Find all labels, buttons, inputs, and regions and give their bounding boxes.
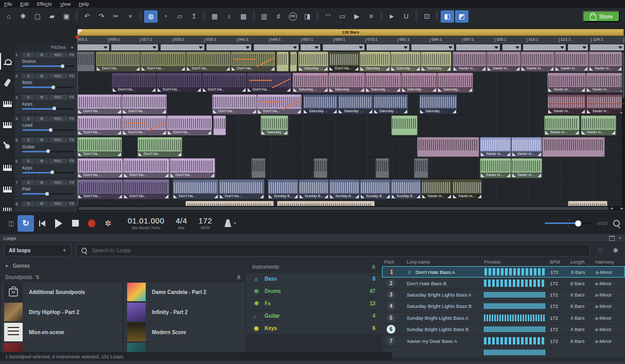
audio-clip[interactable]: Xavier m...	[588, 51, 622, 72]
play-button[interactable]	[50, 215, 67, 232]
soundpool-item[interactable]: Mise-en-scene	[1, 322, 122, 342]
audio-clip[interactable]: Don't Ha...	[96, 51, 141, 72]
genres-expander[interactable]: ► Genres	[0, 257, 246, 272]
stop-button[interactable]	[67, 215, 83, 232]
audio-clip[interactable]: Xavier m...	[452, 179, 483, 199]
audio-clip[interactable]: Don't Ha...	[122, 94, 167, 114]
track-s-button[interactable]: S	[22, 137, 34, 143]
collapse-section-icon[interactable]: ≫	[370, 264, 376, 269]
new-project-icon[interactable]: ▢	[31, 10, 44, 23]
loop-row[interactable]	[382, 347, 625, 358]
track-fx-button[interactable]: FX	[68, 159, 75, 164]
save-icon[interactable]: ▣	[60, 10, 73, 23]
clip-pitch-dropdown[interactable]	[301, 44, 320, 50]
soundpool-item[interactable]: Dame Candela - Part 2	[124, 282, 245, 302]
audio-clip[interactable]: Saturday ...	[292, 73, 328, 93]
menu-help[interactable]: Help	[75, 1, 93, 7]
menu-effects[interactable]: Effects	[33, 1, 56, 7]
loop-row[interactable]: 1♬Don't Hate Bass A1728 Barsa-Minor♡	[382, 266, 625, 278]
pitch-circle[interactable]: 1	[387, 268, 396, 276]
audio-clip[interactable]: Don't Ha...	[169, 158, 215, 178]
audio-clip[interactable]: Saturday...	[421, 51, 452, 72]
audio-clip[interactable]: Xavier m...	[554, 51, 588, 72]
timeline-ruler[interactable]: 001:1009:1017:1025:1033:1041:1049:1057:1…	[77, 36, 625, 44]
slider-knob[interactable]	[53, 107, 56, 110]
track-fx-button[interactable]: FX	[68, 180, 75, 185]
track-fx-button[interactable]: FX	[68, 116, 75, 122]
clip-pitch-dropdown[interactable]	[77, 44, 109, 50]
track-rec-button[interactable]: REC	[49, 116, 67, 122]
slider-knob[interactable]	[49, 128, 53, 132]
track-s-button[interactable]: S	[22, 116, 34, 122]
track-m-button[interactable]: M	[36, 95, 48, 100]
project-folder-icon[interactable]: ▱	[173, 10, 186, 23]
audio-clip[interactable]	[375, 158, 390, 178]
close-panel-icon[interactable]: ×	[618, 235, 621, 241]
track-fx-button[interactable]: FX	[68, 137, 75, 143]
audio-clip[interactable]: Sunday B...	[268, 179, 299, 199]
audio-clip[interactable]: Don't Ha...	[123, 179, 169, 199]
playhead-marker[interactable]	[75, 36, 80, 40]
audio-clip[interactable]	[542, 137, 604, 157]
audio-clip[interactable]: Don't Ha...	[141, 51, 185, 72]
pitch-circle[interactable]: 7	[387, 337, 395, 345]
loop-preview-waveform[interactable]	[484, 326, 546, 332]
audio-clip[interactable]: Xavier m...	[487, 51, 520, 72]
audio-clip[interactable]: Don't Ha...	[122, 115, 167, 135]
loop-row[interactable]: 2Don't Hate Bass B1728 Barsa-Minor♡	[382, 278, 625, 289]
track-m-button[interactable]: M	[36, 116, 48, 122]
track-s-button[interactable]: S	[22, 53, 34, 58]
clip-pitch-dropdown[interactable]	[502, 44, 521, 50]
loops-category-dropdown[interactable]: All loops ▼	[4, 244, 71, 256]
col-harmony[interactable]: Harmony	[595, 259, 625, 265]
cut-icon[interactable]: ✂	[109, 10, 123, 23]
monitor-icon[interactable]: ▭	[336, 10, 349, 23]
list-icon[interactable]: ≡	[364, 10, 378, 23]
track-rec-button[interactable]: REC	[49, 74, 67, 79]
arrangement-overview-bar[interactable]: 138 Bars	[77, 29, 624, 36]
audio-clip[interactable]	[414, 158, 428, 178]
menu-view[interactable]: View	[56, 1, 75, 7]
video-player-icon[interactable]: ▶	[350, 10, 363, 23]
clip-pitch-dropdown[interactable]	[111, 44, 159, 50]
audio-clip[interactable]: Don't Ha...	[212, 94, 257, 114]
pitch-cell[interactable]: 7	[384, 337, 407, 345]
favorites-heart-icon[interactable]: ♡	[595, 247, 605, 254]
instrument-filter-item[interactable]: ✱Fx13	[246, 298, 382, 310]
audio-clip[interactable]: Xavier m...	[453, 51, 487, 72]
new-arrangement-button[interactable]: ◫	[5, 215, 18, 232]
audio-clip[interactable]	[276, 51, 288, 72]
track-s-button[interactable]: S	[22, 95, 34, 100]
clip-pitch-dropdown[interactable]	[367, 44, 409, 50]
audio-clip[interactable]: Xavier m...	[511, 158, 543, 178]
col-bpm[interactable]: BPM	[550, 259, 570, 265]
audio-clip[interactable]: Sunday B...	[329, 179, 360, 199]
audio-clip[interactable]: Sunday B...	[360, 179, 391, 199]
delete-icon[interactable]: ×	[124, 10, 137, 23]
track-rec-button[interactable]: REC	[49, 95, 67, 100]
clip-pitch-dropdown[interactable]	[254, 44, 299, 50]
loop-row[interactable]: 5Sunday Bright Lights Bass A1724 Barsa-M…	[382, 313, 625, 324]
audio-clip[interactable]	[251, 158, 266, 178]
loop-row[interactable]: 7Xavier my Dear Bass A1728 Barsa-Minor♡	[382, 335, 625, 346]
arrangement-horizontal-scrollbar[interactable]	[77, 206, 612, 211]
open-project-icon[interactable]: ▰	[45, 10, 59, 23]
soundpool-item[interactable]: Modern Score	[124, 322, 245, 342]
store-button[interactable]: Store	[583, 11, 620, 22]
cloud-icon[interactable]: ↥	[187, 10, 201, 23]
audio-clip[interactable]: Xavier m...	[511, 137, 543, 157]
col-loop-name[interactable]: Loop name	[407, 259, 484, 265]
home-icon[interactable]: ⌂	[2, 10, 15, 23]
audio-clip[interactable]: Saturday ...	[338, 94, 373, 114]
track-volume-slider[interactable]	[22, 172, 74, 174]
audio-clip[interactable]: Don't Ha...	[157, 73, 201, 93]
audio-clip[interactable]: Sunday B...	[391, 179, 422, 199]
loop-range-icon[interactable]: ◔	[159, 10, 172, 23]
audio-clip[interactable]: Don't Ha...	[137, 137, 182, 157]
draw-mode-icon[interactable]: U	[400, 10, 413, 23]
instrument-filter-item[interactable]: ♬Bass8	[246, 273, 382, 285]
audio-clip[interactable]: Don't Ha...	[77, 158, 123, 178]
audio-clip[interactable]: Xavier m...	[544, 115, 580, 135]
audio-clip[interactable]	[185, 201, 274, 206]
audio-clip[interactable]: Don't Ha...	[77, 179, 123, 199]
